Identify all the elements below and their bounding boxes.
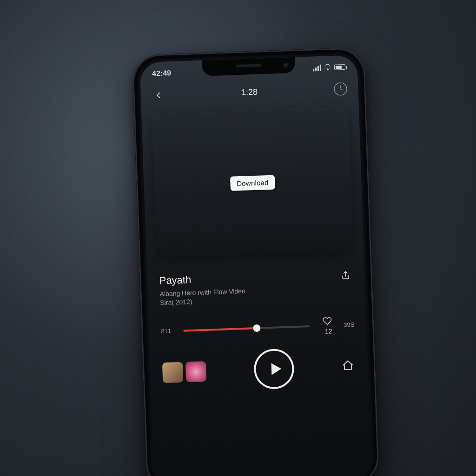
notch [202, 57, 295, 76]
play-icon [267, 361, 284, 377]
download-button[interactable]: Download [230, 175, 275, 191]
track-meta: Payath Albang Hēro rwith Flow Video Sira… [146, 251, 366, 311]
share-button[interactable] [338, 268, 353, 283]
progress-bar[interactable] [183, 325, 310, 331]
cellular-signal-icon [313, 65, 321, 72]
media-card: Download [152, 107, 354, 258]
queue-thumb-1[interactable] [162, 362, 184, 383]
progress-knob[interactable] [253, 324, 261, 332]
play-button[interactable] [253, 348, 295, 390]
phone-frame: 42:49 1:28 Download [132, 47, 380, 476]
wifi-icon [324, 65, 331, 71]
queue-thumbnails[interactable] [162, 361, 206, 383]
home-icon [342, 359, 354, 372]
speaker-grill [236, 64, 261, 67]
track-title: Payath [159, 272, 245, 287]
front-camera [284, 63, 289, 67]
total-time: 39S [338, 321, 355, 329]
header-title: 1:28 [241, 87, 258, 97]
heart-icon[interactable] [323, 316, 332, 326]
share-icon [340, 270, 351, 281]
battery-icon [334, 64, 345, 70]
svg-marker-0 [271, 363, 282, 375]
screen: 42:49 1:28 Download [139, 55, 371, 476]
queue-thumb-2[interactable] [185, 361, 207, 383]
back-button[interactable] [152, 89, 165, 102]
player-controls [149, 337, 368, 393]
progress-fill [183, 327, 257, 332]
status-time: 42:49 [152, 69, 172, 78]
track-subtitle: Albang Hēro rwith Flow Video Sira( 2012) [159, 287, 245, 307]
chevron-left-icon [153, 91, 163, 100]
elapsed-time: 811 [161, 327, 177, 335]
clock-button[interactable] [334, 82, 347, 96]
like-count: 12 [325, 327, 332, 335]
home-button[interactable] [342, 359, 356, 373]
